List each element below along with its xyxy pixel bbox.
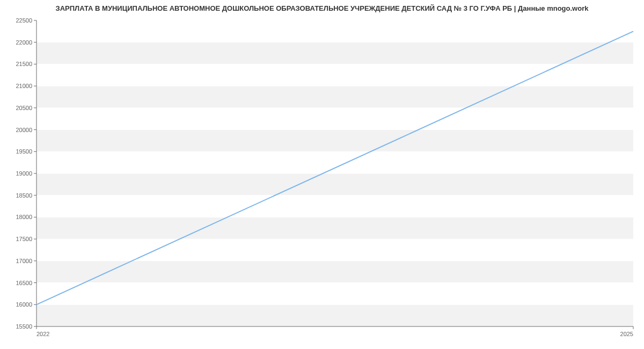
y-tick-label: 21500 — [16, 61, 32, 67]
y-tick-label: 19000 — [16, 170, 32, 177]
x-tick-label: 2025 — [620, 331, 633, 337]
svg-rect-0 — [36, 304, 633, 326]
y-tick-label: 18000 — [16, 214, 32, 220]
y-tick-label: 15500 — [16, 323, 32, 330]
chart-container: ЗАРПЛАТА В МУНИЦИПАЛЬНОЕ АВТОНОМНОЕ ДОШК… — [0, 0, 644, 349]
y-tick-label: 20000 — [16, 127, 32, 133]
y-tick-label: 18500 — [16, 192, 32, 199]
x-tick-label: 2022 — [36, 331, 49, 337]
svg-rect-2 — [36, 217, 633, 239]
y-tick-label: 20500 — [16, 105, 32, 111]
y-tick-label: 17500 — [16, 236, 32, 242]
svg-rect-6 — [36, 42, 633, 64]
y-tick-label: 21000 — [16, 83, 32, 89]
y-tick-label: 16500 — [16, 280, 32, 286]
y-tick-label: 16000 — [16, 301, 32, 308]
chart-plot: 1550016000165001700017500180001850019000… — [0, 12, 644, 345]
y-tick-label: 22500 — [16, 17, 32, 24]
y-tick-label: 22000 — [16, 39, 32, 46]
y-tick-label: 19500 — [16, 148, 32, 155]
chart-title: ЗАРПЛАТА В МУНИЦИПАЛЬНОЕ АВТОНОМНОЕ ДОШК… — [0, 0, 644, 12]
svg-rect-4 — [36, 130, 633, 152]
svg-rect-3 — [36, 173, 633, 195]
svg-rect-5 — [36, 86, 633, 108]
y-tick-label: 17000 — [16, 258, 32, 264]
